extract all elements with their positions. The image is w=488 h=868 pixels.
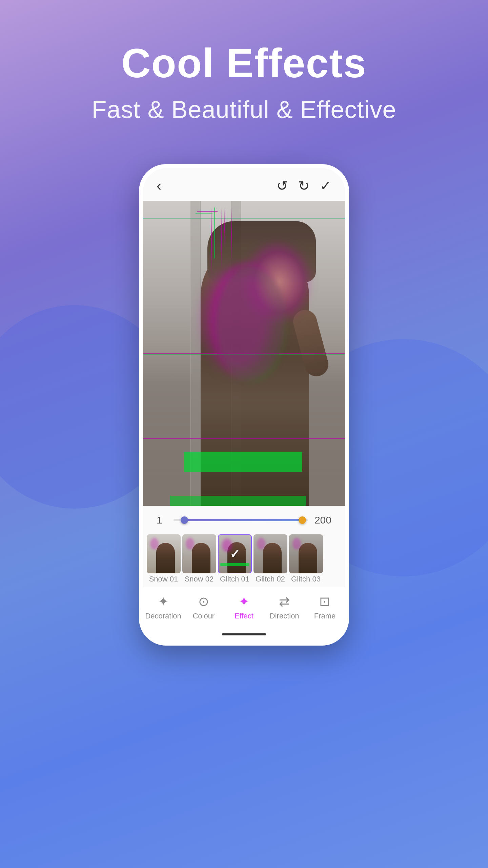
- thumb-glow-2: [186, 538, 194, 550]
- thumb-glow-4: [257, 538, 265, 550]
- bottom-nav: ✦ Decoration ⊙ Colour ✦ Effect ⇄ Directi…: [143, 587, 345, 631]
- thumb-glow-1: [150, 538, 159, 550]
- back-button[interactable]: ‹: [157, 178, 161, 194]
- nav-decoration[interactable]: ✦ Decoration: [143, 594, 183, 620]
- slider-track[interactable]: [174, 519, 308, 521]
- effect-snow-02[interactable]: Snow 02: [181, 534, 217, 584]
- nav-effect[interactable]: ✦ Effect: [224, 594, 264, 620]
- effect-glitch-02[interactable]: Glitch 02: [252, 534, 288, 584]
- h-glitch-top-2: [196, 213, 212, 214]
- slider-area: 1 200: [143, 506, 345, 531]
- confirm-icon[interactable]: ✓: [320, 178, 331, 194]
- effect-thumb-snow-01: [147, 534, 181, 573]
- home-bar: [222, 633, 266, 635]
- thumb-person-2: [192, 543, 210, 573]
- main-title: Cool Effects: [92, 41, 396, 85]
- slider-min-label: 1: [157, 514, 167, 526]
- scan-line-5: [143, 438, 345, 439]
- nav-label-decoration: Decoration: [145, 612, 181, 620]
- thumb-green-3: [220, 563, 249, 566]
- direction-icon: ⇄: [279, 594, 290, 609]
- sub-title: Fast & Beautiful & Effective: [92, 96, 396, 123]
- v-glitch-5: [231, 208, 232, 262]
- colour-icon: ⊙: [198, 594, 209, 609]
- effect-thumb-glitch-01: ✓: [218, 534, 252, 573]
- top-bar-actions: ↺ ↻ ✓: [277, 178, 331, 194]
- nav-label-direction: Direction: [270, 612, 299, 620]
- effect-snow-01[interactable]: Snow 01: [146, 534, 181, 584]
- top-bar: ‹ ↺ ↻ ✓: [143, 168, 345, 201]
- v-glitch-2: [214, 208, 215, 258]
- nav-label-colour: Colour: [192, 612, 215, 620]
- rgb-shift-green: [216, 267, 287, 382]
- thumb-person-1: [156, 543, 175, 573]
- v-glitch-1: [211, 208, 212, 275]
- v-glitch-3: [221, 208, 222, 269]
- nav-label-effect: Effect: [235, 612, 253, 620]
- effect-glitch-01[interactable]: ✓ Glitch 01: [217, 534, 252, 584]
- slider-max-label: 200: [314, 514, 331, 526]
- effect-glitch-03[interactable]: Glitch 03: [288, 534, 324, 584]
- decoration-icon: ✦: [158, 594, 169, 609]
- effect-label-snow-01: Snow 01: [149, 575, 178, 584]
- effect-thumb-snow-02: [182, 534, 216, 573]
- header-section: Cool Effects Fast & Beautiful & Effectiv…: [92, 0, 396, 123]
- thumb-person-5: [299, 543, 317, 573]
- slider-thumb-left[interactable]: [181, 516, 188, 524]
- thumb-glow-5: [292, 538, 301, 550]
- effect-label-snow-02: Snow 02: [185, 575, 214, 584]
- scan-line-2: [143, 218, 345, 219]
- effect-thumb-glitch-02: [253, 534, 287, 573]
- effect-label-glitch-02: Glitch 02: [256, 575, 285, 584]
- nav-label-frame: Frame: [314, 612, 336, 620]
- glitch-green-bar: [184, 452, 302, 472]
- effects-strip: Snow 01 Snow 02 ✓: [143, 531, 345, 587]
- home-indicator: [143, 631, 345, 642]
- h-glitch-top: [197, 211, 218, 212]
- slider-fill: [184, 519, 302, 521]
- phone-inner: ‹ ↺ ↻ ✓: [143, 168, 345, 642]
- nav-frame[interactable]: ⊡ Frame: [305, 594, 345, 620]
- slider-thumb-right[interactable]: [299, 516, 306, 524]
- thumb-person-4: [263, 543, 282, 573]
- frame-icon: ⊡: [319, 594, 330, 609]
- glitch-green-bar-2: [170, 496, 306, 506]
- effect-label-glitch-01: Glitch 01: [220, 575, 249, 584]
- v-glitch-4: [224, 208, 225, 248]
- image-canvas: [143, 201, 345, 506]
- undo-icon[interactable]: ↺: [277, 178, 288, 194]
- effect-icon: ✦: [239, 594, 249, 609]
- nav-colour[interactable]: ⊙ Colour: [183, 594, 224, 620]
- phone-mockup: ‹ ↺ ↻ ✓: [139, 164, 349, 646]
- phone-outer: ‹ ↺ ↻ ✓: [139, 164, 349, 646]
- effect-label-glitch-03: Glitch 03: [291, 575, 321, 584]
- nav-direction[interactable]: ⇄ Direction: [264, 594, 305, 620]
- effect-thumb-glitch-03: [289, 534, 323, 573]
- redo-icon[interactable]: ↻: [298, 178, 310, 194]
- check-mark: ✓: [230, 547, 240, 561]
